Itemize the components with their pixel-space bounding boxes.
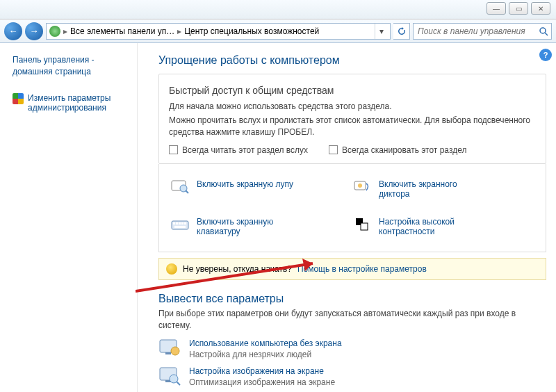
refresh-icon (397, 26, 407, 36)
svg-rect-13 (174, 226, 186, 228)
info-bar-text: Не уверены, откуда начать? (183, 264, 292, 274)
param-display-settings-link[interactable]: Настройка изображения на экране (189, 366, 324, 376)
param-no-display-link[interactable]: Использование компьютера без экрана (189, 338, 342, 348)
close-button[interactable]: ✕ (531, 2, 550, 15)
control-panel-icon (49, 26, 60, 37)
quick-access-desc-2: Можно прочитать вслух и пролистать этот … (169, 115, 536, 138)
forward-button[interactable]: → (25, 22, 43, 40)
shield-icon (13, 93, 24, 104)
param-display-settings-sub: Оптимизация изображения на экране (189, 377, 335, 387)
checkbox-icon (329, 145, 338, 154)
search-box[interactable] (413, 23, 552, 40)
keyboard-icon (170, 217, 190, 232)
monitor-speaker-icon (158, 338, 182, 359)
svg-rect-8 (173, 222, 175, 224)
narrator-icon (352, 179, 372, 195)
quick-access-desc-1: Для начала можно использовать средства э… (169, 101, 536, 113)
monitor-magnifier-icon (158, 366, 182, 387)
breadcrumb-2[interactable]: Центр специальных возможностей (184, 26, 319, 36)
tools-box: Включить экранную лупу Включить экранног… (158, 164, 546, 252)
tool-onscreen-keyboard-link[interactable]: Включить экраннуюклавиатуру (197, 217, 273, 236)
tool-narrator[interactable]: Включить экранногодиктора (352, 175, 534, 203)
checkbox-icon (169, 145, 178, 154)
help-icon[interactable]: ? (539, 49, 552, 61)
checkbox-scan[interactable]: Всегда сканировать этот раздел (329, 145, 466, 155)
checkbox-read-aloud[interactable]: Всегда читать этот раздел вслух (169, 145, 308, 155)
chevron-right-icon: ▸ (63, 26, 67, 36)
nav-bar: ← → ▸ Все элементы панели уп… ▸ Центр сп… (0, 19, 556, 43)
svg-rect-7 (172, 221, 188, 229)
svg-rect-17 (165, 352, 171, 354)
quick-access-box: Быстрый доступ к общим средствам Для нач… (158, 74, 546, 164)
svg-rect-9 (176, 222, 178, 224)
tool-onscreen-keyboard[interactable]: Включить экраннуюклавиатуру (170, 213, 352, 240)
tool-magnifier-link[interactable]: Включить экранную лупу (197, 179, 293, 189)
param-no-display[interactable]: Использование компьютера без экрана Наст… (158, 338, 546, 359)
svg-line-4 (186, 190, 188, 193)
svg-rect-11 (181, 222, 183, 224)
breadcrumb-1[interactable]: Все элементы панели уп… (70, 26, 174, 36)
svg-rect-12 (184, 222, 186, 224)
refresh-button[interactable] (393, 23, 410, 40)
sidebar-home-link[interactable]: Панель управления - домашняя страница (13, 54, 130, 78)
svg-rect-10 (179, 222, 181, 224)
info-bar: Не уверены, откуда начать? Помощь в наст… (158, 258, 546, 280)
tool-high-contrast-link[interactable]: Настройка высокойконтрастности (379, 217, 455, 236)
param-no-display-sub: Настройка для незрячих людей (189, 350, 342, 359)
maximize-button[interactable]: ▭ (509, 2, 528, 15)
chevron-right-icon: ▸ (177, 26, 181, 36)
lightbulb-icon (166, 263, 177, 275)
high-contrast-icon (352, 217, 372, 232)
svg-line-1 (545, 33, 548, 35)
svg-rect-15 (361, 223, 368, 230)
svg-point-6 (358, 183, 362, 188)
quick-access-title: Быстрый доступ к общим средствам (169, 84, 536, 98)
param-display-settings[interactable]: Настройка изображения на экране Оптимиза… (158, 366, 546, 387)
title-bar: — ▭ ✕ (0, 0, 556, 19)
sidebar-admin-link[interactable]: Изменить параметры администрирования (13, 93, 130, 113)
all-params-title: Вывести все параметры (158, 293, 546, 305)
svg-point-18 (171, 347, 179, 355)
svg-line-22 (177, 382, 180, 385)
tool-high-contrast[interactable]: Настройка высокойконтрастности (352, 213, 534, 240)
sidebar: Панель управления - домашняя страница Из… (0, 43, 138, 392)
main-content: ? Упрощение работы с компьютером Быстрый… (138, 43, 556, 392)
svg-point-0 (540, 28, 546, 33)
address-dropdown[interactable]: ▾ (375, 24, 387, 39)
back-button[interactable]: ← (4, 22, 22, 40)
page-title: Упрощение работы с компьютером (158, 54, 546, 67)
tool-magnifier[interactable]: Включить экранную лупу (170, 175, 352, 203)
info-bar-link[interactable]: Помощь в настройке параметров (297, 264, 427, 274)
tool-narrator-link[interactable]: Включить экранногодиктора (379, 179, 457, 199)
address-bar[interactable]: ▸ Все элементы панели уп… ▸ Центр специа… (46, 23, 391, 40)
all-params-subtitle: При выборе этих параметров они будут зап… (158, 308, 546, 332)
minimize-button[interactable]: — (486, 2, 506, 15)
search-icon (539, 26, 548, 36)
search-input[interactable] (416, 26, 539, 37)
magnifier-icon (170, 179, 190, 195)
